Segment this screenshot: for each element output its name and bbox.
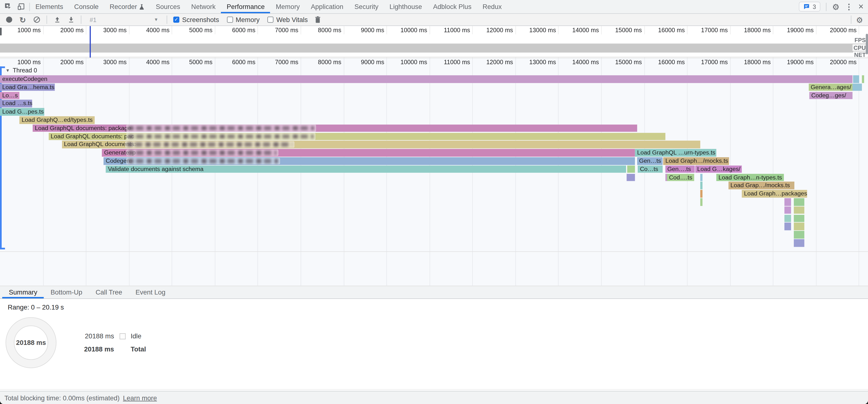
flame-bar[interactable]: [794, 215, 804, 222]
overview-scrollbar-thumb[interactable]: [866, 34, 868, 54]
flame-bar[interactable]: [784, 206, 791, 214]
flame-bar[interactable]: [784, 198, 791, 206]
flame-bar[interactable]: [794, 198, 804, 206]
flame-bar[interactable]: Generate: p: [102, 149, 635, 156]
reload-and-record-button[interactable]: ↻: [19, 16, 27, 24]
issues-button[interactable]: 3: [799, 2, 820, 12]
flame-bar[interactable]: Co…ts: [638, 165, 662, 173]
record-button[interactable]: [5, 16, 13, 24]
flame-bar[interactable]: Load GraphQL …urn-types.ts: [635, 149, 716, 156]
flame-chart[interactable]: 1000 ms2000 ms3000 ms4000 ms5000 ms6000 …: [0, 58, 868, 285]
collapse-triangle-icon[interactable]: ▼: [6, 68, 10, 73]
profile-select-value: #1: [90, 16, 96, 23]
tab-application[interactable]: Application: [305, 0, 349, 13]
flame-bar[interactable]: [794, 239, 804, 247]
flame-bar[interactable]: [700, 198, 702, 206]
flame-bar[interactable]: [700, 174, 702, 181]
settings-gear-icon[interactable]: ⚙: [832, 2, 840, 11]
checkbox-web-vitals[interactable]: Web Vitals: [268, 16, 308, 24]
tab-elements[interactable]: Elements: [30, 0, 68, 13]
flame-bar[interactable]: Load GraphQL documents:: [62, 141, 700, 148]
flame-bar[interactable]: [852, 84, 862, 91]
flame-bar[interactable]: Load Grap…/mocks.ts: [728, 182, 794, 189]
flame-bar[interactable]: Load Graph…/mocks.ts: [663, 157, 729, 165]
details-tab-summary[interactable]: Summary: [2, 286, 44, 299]
tab-lighthouse[interactable]: Lighthouse: [384, 0, 428, 13]
flame-rows: executeCodegenLoad Gra…hema.tsGenera…age…: [0, 75, 868, 286]
flame-bar[interactable]: [700, 190, 702, 197]
save-profile-button[interactable]: [67, 16, 75, 24]
net-track: NET: [0, 53, 868, 57]
legend-value: 20188 ms: [81, 345, 114, 353]
flame-bar[interactable]: Load Graph…n-types.ts: [716, 174, 784, 181]
ruler-tick: 1000 ms: [0, 59, 41, 65]
flame-bar[interactable]: Cod….ts: [667, 174, 694, 181]
total-blocking-time-text: Total blocking time: 0.00ms (estimated): [4, 394, 120, 402]
flame-bar[interactable]: Codegen:: [103, 157, 634, 165]
tab-network[interactable]: Network: [186, 0, 221, 13]
checkbox-screenshots[interactable]: ✓Screenshots: [173, 16, 219, 24]
tab-adblock-plus[interactable]: Adblock Plus: [428, 0, 477, 13]
flame-bar[interactable]: executeCodegen: [0, 75, 852, 83]
fps-track: FPS: [0, 34, 868, 44]
tab-redux[interactable]: Redux: [477, 0, 507, 13]
flame-bar[interactable]: Validate documents against schema: [106, 165, 626, 173]
details-tab-bottom-up[interactable]: Bottom-Up: [44, 286, 89, 299]
device-toolbar-icon[interactable]: [17, 3, 25, 10]
flame-bar[interactable]: [794, 206, 804, 214]
flame-bar[interactable]: [794, 223, 804, 230]
thread-header[interactable]: ▼ Thread 0: [6, 67, 37, 74]
flame-bar[interactable]: [627, 165, 635, 173]
ruler-tick: 18000 ms: [729, 27, 771, 33]
flame-bar[interactable]: [784, 223, 791, 230]
flame-bar[interactable]: Lo…s: [0, 92, 20, 99]
flame-bar[interactable]: [784, 215, 791, 222]
flame-bar[interactable]: Genera…ages/: [808, 84, 852, 91]
details-tab-call-tree[interactable]: Call Tree: [89, 286, 129, 299]
tab-security[interactable]: Security: [349, 0, 384, 13]
flame-bar[interactable]: Load …s.ts: [0, 100, 32, 107]
summary-pane: Range: 0 – 20.19 s 20188 ms 20188 msIdle…: [0, 299, 868, 390]
flame-bar[interactable]: [700, 182, 702, 189]
tab-performance[interactable]: Performance: [221, 0, 270, 13]
tab-memory[interactable]: Memory: [270, 0, 305, 13]
flame-bar[interactable]: [853, 75, 859, 83]
flame-bar[interactable]: Gen…ts: [637, 157, 662, 165]
tab-recorder[interactable]: Recorder: [104, 0, 150, 13]
flame-bar[interactable]: [862, 75, 864, 83]
details-tab-event-log[interactable]: Event Log: [129, 286, 172, 299]
timeline-overview[interactable]: 1000 ms2000 ms3000 ms4000 ms5000 ms6000 …: [0, 26, 868, 58]
flame-bar[interactable]: Load Graph…packages/: [742, 190, 807, 197]
flame-bar[interactable]: Load Gra…hema.ts: [0, 84, 55, 91]
overview-left-handle[interactable]: [0, 28, 2, 35]
flame-bar[interactable]: Load GraphQL documents: pac: [49, 133, 665, 140]
learn-more-link[interactable]: Learn more: [123, 394, 157, 402]
range-label: Range: 0 – 20.19 s: [8, 304, 64, 311]
flame-bar[interactable]: Gen….ts: [665, 165, 694, 173]
flame-bar[interactable]: Codeg…ges/: [809, 92, 852, 99]
flame-bar[interactable]: Load G…pes.ts: [0, 108, 44, 116]
load-profile-button[interactable]: [53, 16, 61, 24]
ruler-tick: 4000 ms: [127, 59, 169, 65]
ruler-tick: 1000 ms: [0, 27, 41, 33]
clear-button[interactable]: [33, 16, 40, 24]
flame-bar[interactable]: Load GraphQ…ed/types.ts: [20, 116, 94, 124]
ruler-tick: 6000 ms: [213, 59, 255, 65]
ruler-tick: 13000 ms: [514, 27, 556, 33]
overview-cursor-line: [90, 26, 91, 57]
ruler-tick: 19000 ms: [772, 27, 814, 33]
trash-icon[interactable]: [314, 16, 321, 24]
capture-settings-gear-icon[interactable]: ⚙: [856, 16, 863, 24]
ruler-tick: 5000 ms: [170, 59, 213, 65]
flame-bar[interactable]: [626, 174, 635, 181]
flame-bar[interactable]: [794, 231, 804, 239]
flame-bar[interactable]: Load G…kages/: [695, 165, 742, 173]
kebab-menu-icon[interactable]: ⋮: [845, 3, 853, 10]
close-devtools-icon[interactable]: ×: [858, 2, 863, 11]
checkbox-memory[interactable]: Memory: [227, 16, 259, 24]
tab-sources[interactable]: Sources: [150, 0, 186, 13]
tab-console[interactable]: Console: [68, 0, 104, 13]
flame-bar[interactable]: Load GraphQL documents: package: [33, 124, 637, 132]
inspect-element-icon[interactable]: [4, 3, 12, 10]
profile-select[interactable]: #1 ▼: [87, 16, 161, 23]
